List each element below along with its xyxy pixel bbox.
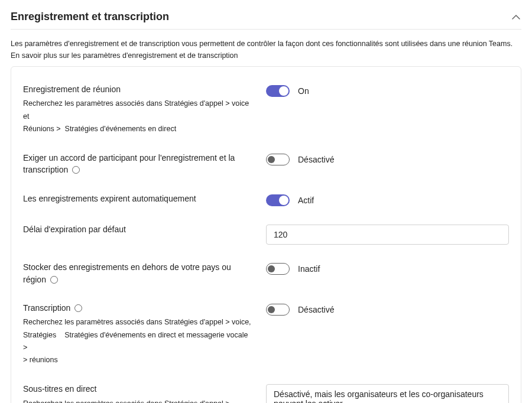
toggle-require-consent[interactable] [266, 154, 290, 165]
toggle-label: Inactif [298, 264, 320, 274]
setting-label: Exiger un accord de participant pour l'e… [23, 153, 235, 174]
setting-auto-expire: Les enregistrements expirent automatique… [23, 187, 509, 217]
toggle-meeting-recording[interactable] [266, 85, 290, 97]
setting-default-expiry: Délai d'expiration par défaut [23, 217, 509, 256]
settings-card: Enregistrement de réunion Recherchez les… [11, 66, 521, 403]
info-icon[interactable] [50, 276, 58, 284]
section-title: Enregistrement et transcription [11, 11, 169, 23]
section-intro: Les paramètres d'enregistrement et de tr… [11, 38, 521, 61]
toggle-label: Désactivé [298, 305, 334, 314]
intro-link[interactable]: les paramètres d'enregistrement et de tr… [72, 51, 238, 60]
setting-meeting-recording: Enregistrement de réunion Recherchez les… [23, 77, 509, 146]
setting-store-outside: Stocker des enregistrements en dehors de… [23, 255, 509, 296]
setting-live-captions: Sous-titres en direct Recherchez les par… [23, 377, 509, 403]
section-header: Enregistrement et transcription [11, 6, 521, 30]
select-value: Désactivé, mais les organisateurs et les… [274, 389, 489, 403]
setting-label: Délai d'expiration par défaut [23, 225, 126, 234]
setting-hint: Recherchez les paramètres associés dans … [23, 98, 252, 135]
collapse-icon[interactable] [511, 12, 521, 22]
setting-label: Enregistrement de réunion [23, 83, 252, 95]
live-captions-select[interactable]: Désactivé, mais les organisateurs et les… [266, 384, 509, 403]
default-expiry-input[interactable] [266, 225, 509, 245]
setting-require-consent: Exiger un accord de participant pour l'e… [23, 146, 509, 187]
toggle-label: On [298, 86, 309, 96]
setting-transcription: Transcription Recherchez les paramètres … [23, 296, 509, 377]
toggle-store-outside[interactable] [266, 263, 290, 275]
setting-hint: Recherchez les paramètres associés dans … [23, 398, 252, 403]
info-icon[interactable] [72, 166, 80, 174]
info-icon[interactable] [74, 304, 82, 312]
setting-hint: Recherchez les paramètres associés dans … [23, 316, 252, 366]
setting-label: Les enregistrements expirent automatique… [23, 194, 196, 203]
toggle-label: Actif [298, 196, 314, 205]
toggle-label: Désactivé [298, 155, 334, 164]
toggle-auto-expire[interactable] [266, 194, 290, 206]
toggle-transcription[interactable] [266, 304, 290, 316]
setting-label: Sous-titres en direct [23, 383, 252, 395]
setting-label: Transcription [23, 303, 70, 313]
